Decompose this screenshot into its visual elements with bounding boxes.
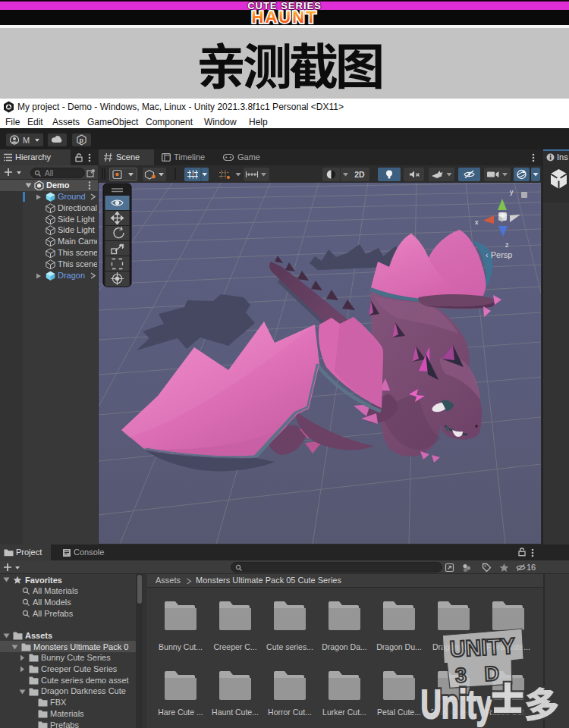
svg-text:y: y	[510, 188, 514, 196]
svg-text:z: z	[505, 241, 509, 249]
svg-text:‹ Persp: ‹ Persp	[486, 250, 512, 259]
svg-text:M: M	[23, 136, 30, 145]
svg-text:Unity: Unity	[420, 681, 492, 726]
svg-text:HAUNT: HAUNT	[252, 10, 318, 25]
svg-text:x: x	[475, 218, 479, 226]
svg-text:UNITY: UNITY	[449, 632, 516, 661]
svg-text:p: p	[80, 136, 84, 144]
